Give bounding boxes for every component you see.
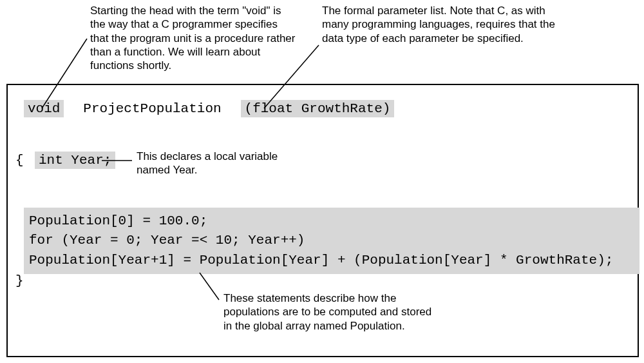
code-body-line-3: Population[Year+1] = Population[Year] + … xyxy=(29,253,613,268)
code-box: void ProjectPopulation (float GrowthRate… xyxy=(6,84,639,357)
code-body-line-1: Population[0] = 100.0; xyxy=(29,213,207,228)
code-local-decl-row: { int Year; xyxy=(15,153,115,168)
code-body-block: Population[0] = 100.0; for (Year = 0; Ye… xyxy=(24,208,639,274)
annotation-body: These statements describe how the popula… xyxy=(223,291,442,333)
local-int-year: int Year; xyxy=(35,152,115,169)
diagram-page: Starting the head with the term "void" i… xyxy=(0,0,644,363)
code-head-row: void ProjectPopulation (float GrowthRate… xyxy=(24,101,394,116)
annotation-param-list: The formal parameter list. Note that C, … xyxy=(322,4,560,45)
parameter-list: (float GrowthRate) xyxy=(241,100,395,117)
keyword-void: void xyxy=(24,100,64,117)
code-body-line-2: for (Year = 0; Year =< 10; Year++) xyxy=(29,233,305,248)
annotation-int-year: This declares a local variable named Yea… xyxy=(137,150,304,177)
open-brace: { xyxy=(15,153,32,168)
function-name: ProjectPopulation xyxy=(67,101,238,116)
close-brace: } xyxy=(15,273,24,288)
annotation-void: Starting the head with the term "void" i… xyxy=(90,4,296,72)
